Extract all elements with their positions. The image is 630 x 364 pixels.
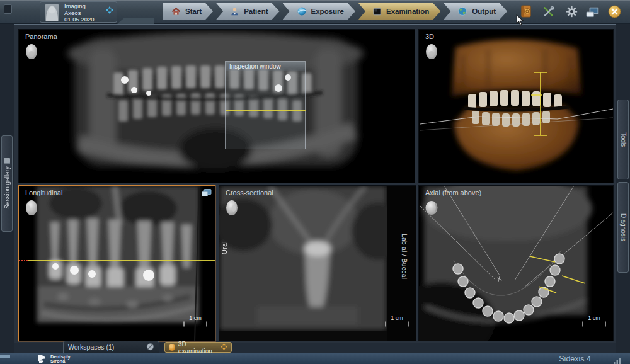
patient-session-card[interactable]: Imaging Axeos 01.05.2020 [40,1,117,23]
collapse-arrows-icon[interactable] [220,343,227,351]
status-bar: Dentsply Sirona Sidexis 4 [0,353,630,364]
session-expand-icon[interactable] [106,5,113,16]
orientation-head-icon [225,200,239,220]
gallery-icon [4,158,10,163]
panorama-viewport[interactable]: Panorama Inspection window [18,29,415,183]
home-icon [171,7,181,16]
panel-title: Cross-sectional [226,189,273,196]
panel-title: Panorama [25,33,57,40]
step-examination[interactable]: Examination [358,3,440,20]
volume-3d-render [419,30,614,183]
workspaces-tab-label: Workspaces (1) [68,343,114,351]
inspection-window-label: Inspection window [226,62,305,71]
patient-avatar [45,4,59,21]
axial-viewport[interactable]: Axial (from above) 1 cm [418,185,614,341]
step-label: Exposure [311,8,344,15]
scale-label: 1 cm [182,315,209,321]
titlebar-notch [117,18,154,24]
panel-title: Longitudinal [25,189,62,196]
examination-3d-tab[interactable]: 3D examination [164,342,232,353]
sidexis-main-window: Imaging Axeos 01.05.2020 Sta [0,0,630,364]
sidebar-tab-tools[interactable]: Tools [617,100,629,179]
session-modality: Imaging [64,3,94,10]
slice-crosshair-horizontal[interactable] [219,261,416,261]
scale-indicator: 1 cm [182,315,209,328]
orientation-head-icon [425,200,438,219]
step-label: Examination [386,8,429,15]
scale-indicator: 1 cm [384,315,410,328]
scale-indicator: 1 cm [581,315,607,328]
send-to-monitor-icon[interactable] [202,188,212,200]
monitor-windows-icon[interactable] [586,7,599,20]
workspace-tab-row: Workspaces (1) 3D examination [0,341,630,353]
step-patient[interactable]: Patient [216,3,279,20]
inspection-window[interactable]: Inspection window [225,61,306,149]
mouse-cursor [516,14,524,29]
sidebar-tab-session-gallery[interactable]: Session gallery [1,135,13,232]
scale-label: 1 cm [581,315,607,321]
panel-title: Axial (from above) [425,189,481,196]
patient-icon [230,7,239,16]
tools-label: Tools [620,132,627,147]
examination-workspace: Panorama Inspection window [14,24,616,343]
examination-head-icon [169,344,175,351]
step-start[interactable]: Start [163,3,213,20]
title-bar: Imaging Axeos 01.05.2020 Sta [0,0,630,24]
brand-logo: Dentsply Sirona [37,354,71,364]
inspection-crosshair-vertical[interactable] [266,72,266,150]
slice-crosshair-vertical[interactable] [76,186,76,341]
sidebar-tab-diagnosis[interactable]: Diagnosis [617,182,629,273]
orientation-head-icon [25,200,38,220]
panorama-xray-image [19,30,415,183]
session-gallery-label: Session gallery [4,166,11,209]
volume-3d-viewport[interactable]: 3D [418,29,614,183]
orientation-head-icon [425,43,438,64]
unpin-icon[interactable] [146,343,154,352]
output-icon [457,6,467,16]
left-rail: Session gallery [0,24,14,353]
dentsply-sirona-mark-icon [37,354,47,364]
patient-info: Imaging Axeos 01.05.2020 [64,3,94,23]
session-date: 01.05.2020 [64,16,94,23]
panel-title: 3D [425,33,434,40]
orientation-head-icon [25,43,38,64]
step-exposure[interactable]: Exposure [283,3,355,20]
scale-label: 1 cm [384,315,410,321]
scale-ruler [385,321,409,327]
step-label: Patient [244,8,268,15]
cross-sectional-viewport[interactable]: Cross-sectional Oral Labial / Buccal 1 c… [219,185,416,341]
crosshair-red-dashes [19,260,28,261]
taskbar-chip [0,355,10,358]
axis-label-labial-buccal: Labial / Buccal [401,234,408,280]
workspaces-tab[interactable]: Workspaces (1) [63,341,159,353]
app-window-icon [4,4,12,14]
longitudinal-viewport[interactable]: Longitudinal 1 cm [18,185,215,341]
close-icon[interactable] [608,5,621,21]
slice-crosshair-vertical[interactable] [311,186,311,341]
repair-tools-icon[interactable] [542,6,554,20]
settings-gear-icon[interactable] [566,6,578,20]
examination-icon [372,7,382,16]
scale-ruler [183,321,207,327]
step-label: Start [185,8,202,15]
diagnosis-label: Diagnosis [620,213,627,241]
exposure-icon [297,6,307,16]
workflow-steps: Start Patient [163,3,507,20]
app-name-label: Sidexis 4 [559,355,591,363]
scale-ruler [582,321,606,327]
step-output[interactable]: Output [444,3,507,20]
right-rail: Tools Diagnosis [616,24,630,353]
brand-name-bottom: Sirona [50,359,71,364]
step-label: Output [472,8,496,15]
axis-label-oral: Oral [221,241,228,254]
slice-crosshair-horizontal[interactable] [28,260,215,261]
resize-grip-icon[interactable] [614,356,621,364]
